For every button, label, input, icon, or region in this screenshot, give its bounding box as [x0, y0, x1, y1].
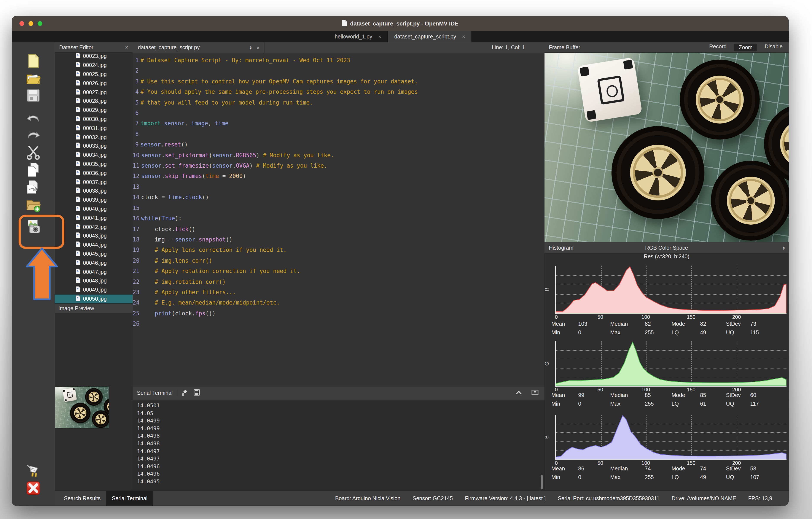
close-dataset-editor-icon[interactable]: ×	[125, 44, 128, 51]
image-preview-header: Image Preview	[55, 304, 133, 313]
toy-wheel	[711, 161, 789, 241]
color-space-dropdown-icon[interactable]: ▲▼	[782, 246, 785, 250]
code-line: 23 # Apply other filters...	[133, 287, 545, 298]
minimize-window-button[interactable]	[29, 21, 33, 26]
image-file-icon	[76, 125, 80, 132]
file-row[interactable]: 00023.jpg	[55, 52, 133, 61]
channel-axis-label: B	[544, 435, 550, 439]
file-row[interactable]: 00046.jpg	[55, 258, 133, 268]
code-line: 25 print(clock.fps())	[133, 308, 545, 319]
code-line: 10sensor.set_pixformat(sensor.RGB565) # …	[133, 150, 545, 161]
image-file-icon	[76, 170, 80, 177]
status-item: FPS: 13,9	[748, 495, 772, 501]
clear-terminal-icon[interactable]	[182, 389, 188, 397]
file-row[interactable]: 00044.jpg	[55, 240, 133, 249]
file-row[interactable]: 00036.jpg	[55, 169, 133, 178]
file-row[interactable]: 00041.jpg	[55, 214, 133, 223]
code-line: 8	[133, 129, 545, 140]
dock-terminal-icon[interactable]	[531, 390, 539, 397]
file-row[interactable]: 00039.jpg	[55, 196, 133, 205]
cut-button[interactable]	[26, 145, 41, 160]
image-file-icon	[76, 223, 80, 231]
file-row[interactable]: 00033.jpg	[55, 142, 133, 151]
code-line: 22 # img.rotation_corr()	[133, 277, 545, 287]
close-tab-icon[interactable]: ×	[378, 34, 381, 40]
file-row[interactable]: 00045.jpg	[55, 249, 133, 258]
file-row[interactable]: 00047.jpg	[55, 267, 133, 276]
file-row[interactable]: 00030.jpg	[55, 115, 133, 124]
maximize-window-button[interactable]	[37, 21, 42, 26]
file-row[interactable]: 00026.jpg	[55, 79, 133, 88]
open-file-button[interactable]	[26, 70, 41, 86]
new-file-button[interactable]	[26, 53, 41, 69]
record-button[interactable]: Record	[709, 43, 727, 51]
close-editor-tab-icon[interactable]: ×	[257, 44, 260, 51]
histogram-x-ticks: 050100150200	[555, 314, 786, 320]
color-space-select[interactable]: RGB Color Space	[545, 245, 789, 251]
frame-buffer-view	[545, 53, 789, 242]
file-row[interactable]: 00025.jpg	[55, 70, 133, 79]
file-row[interactable]: 00049.jpg	[55, 285, 133, 294]
file-row[interactable]: 00031.jpg	[55, 124, 133, 133]
disconnect-button[interactable]	[26, 480, 41, 496]
file-row[interactable]: 00024.jpg	[55, 61, 133, 70]
undo-button[interactable]	[26, 111, 41, 126]
close-window-button[interactable]	[20, 21, 24, 26]
copy-button[interactable]	[26, 162, 41, 178]
status-item: Drive: /Volumes/NO NAME	[672, 495, 736, 501]
code-line: 6	[133, 108, 545, 119]
code-line: 1# Dataset Capture Script - By: marcelo_…	[133, 55, 545, 66]
connect-button[interactable]	[26, 463, 41, 478]
statusbar-tab-serial-terminal[interactable]: Serial Terminal	[106, 491, 153, 506]
code-line: 11sensor.set_framesize(sensor.QVGA) # Mo…	[133, 161, 545, 171]
dataset-file-list: 00023.jpg00024.jpg00025.jpg00026.jpg0002…	[55, 52, 133, 303]
file-row[interactable]: 00037.jpg	[55, 178, 133, 187]
histogram-plot-R	[555, 266, 786, 314]
capture-data-button[interactable]	[26, 219, 41, 235]
toy-wheel	[611, 126, 704, 219]
paste-button[interactable]	[26, 179, 41, 194]
terminal-scrollbar[interactable]	[541, 475, 543, 489]
collapse-terminal-icon[interactable]	[516, 390, 522, 396]
file-row[interactable]: 00028.jpg	[55, 97, 133, 106]
serial-terminal-title: Serial Terminal	[133, 390, 173, 396]
file-row[interactable]: 00032.jpg	[55, 132, 133, 142]
image-preview-label: Image Preview	[58, 305, 94, 311]
tab-switcher-icon[interactable]: ▲▼	[249, 45, 252, 50]
file-row[interactable]: 00027.jpg	[55, 88, 133, 97]
file-row[interactable]: 00034.jpg	[55, 151, 133, 160]
image-file-icon	[76, 269, 80, 275]
image-preview-thumbnail	[55, 386, 109, 428]
code-line: 13	[133, 182, 545, 192]
redo-button[interactable]	[26, 127, 41, 143]
file-row[interactable]: 00050.jpg	[55, 294, 133, 303]
close-tab-icon[interactable]: ×	[462, 34, 465, 40]
file-row[interactable]: 00043.jpg	[55, 232, 133, 241]
code-line: 2	[133, 66, 545, 77]
terminal-output: 14.050114.0514.049914.049914.049814.0498…	[137, 402, 160, 485]
save-log-icon[interactable]	[194, 389, 200, 397]
disable-button[interactable]: Disable	[765, 43, 783, 51]
file-row[interactable]: 00038.jpg	[55, 187, 133, 196]
statusbar-tab-search-results[interactable]: Search Results	[58, 491, 106, 506]
image-file-icon	[76, 278, 80, 284]
new-dataset-folder-button[interactable]	[26, 197, 41, 213]
editor-tab[interactable]: dataset_capture_script.py ▲▼ ×	[133, 42, 264, 53]
file-row[interactable]: 00048.jpg	[55, 276, 133, 285]
code-line: 14clock = time.clock()	[133, 192, 545, 203]
image-file-icon	[76, 296, 80, 302]
file-row[interactable]: 00042.jpg	[55, 222, 133, 232]
file-row[interactable]: 00029.jpg	[55, 106, 133, 115]
window-tab-dataset_capture_script.py[interactable]: dataset_capture_script.py×	[388, 31, 472, 42]
image-file-icon	[76, 89, 80, 96]
save-button[interactable]	[26, 88, 41, 103]
document-tabstrip: helloworld_1.py×dataset_capture_script.p…	[12, 31, 789, 42]
image-file-icon	[76, 196, 80, 204]
toy-wheel	[92, 410, 109, 428]
file-row[interactable]: 00035.jpg	[55, 160, 133, 169]
window-tab-helloworld_1.py[interactable]: helloworld_1.py×	[329, 31, 388, 42]
zoom-button[interactable]: Zoom	[734, 43, 757, 51]
file-row[interactable]: 00040.jpg	[55, 205, 133, 214]
resolution-label: Res (w:320, h:240)	[545, 253, 789, 260]
image-file-icon	[76, 98, 80, 105]
